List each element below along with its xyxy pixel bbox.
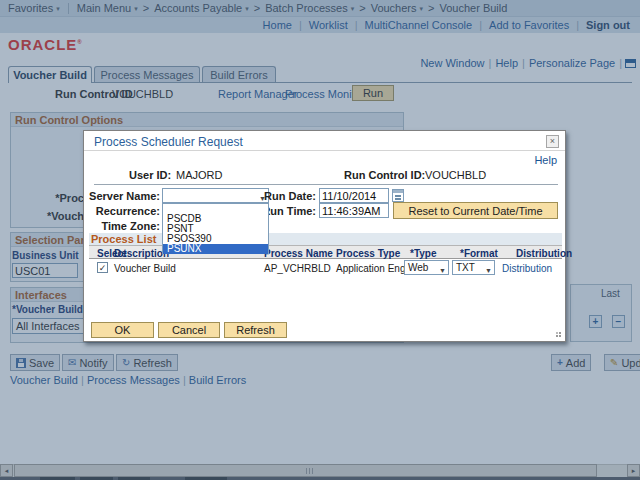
col-format: *Format	[460, 248, 498, 259]
select-checkbox[interactable]: ✓	[97, 262, 108, 273]
dialog-title: Process Scheduler Request	[94, 135, 243, 149]
close-icon[interactable]: ×	[546, 135, 559, 148]
user-id-label: User ID:	[129, 169, 171, 181]
dialog-refresh-button[interactable]: Refresh	[224, 322, 287, 338]
col-distribution: Distribution	[516, 248, 572, 259]
cancel-button[interactable]: Cancel	[158, 322, 220, 338]
resize-grip-icon[interactable]	[553, 329, 561, 337]
col-type: *Type	[410, 248, 437, 259]
distribution-link[interactable]: Distribution	[502, 263, 552, 274]
process-table-header-row: Select Description Process Name Process …	[89, 245, 562, 259]
application-window: Favorites ▾ Main Menu ▾ Accounts Payable…	[0, 0, 640, 480]
run-date-label: Run Date:	[234, 190, 316, 202]
process-list-header: Process List	[89, 233, 562, 245]
dialog-help-link[interactable]: Help	[534, 154, 557, 166]
row-description: Voucher Build	[114, 263, 176, 274]
chevron-down-icon: ▼	[439, 264, 446, 275]
col-process-name: Process Name	[264, 248, 333, 259]
col-description: Description	[114, 248, 169, 259]
user-id-value: MAJORD	[176, 169, 222, 181]
recurrence-label: Recurrence:	[84, 205, 160, 217]
run-date-input[interactable]	[319, 188, 389, 203]
dropdown-option-psunx[interactable]: PSUNX	[163, 244, 268, 254]
chevron-down-icon: ▼	[485, 264, 492, 275]
time-zone-label: Time Zone:	[84, 220, 160, 232]
run-time-input[interactable]	[319, 203, 389, 218]
server-name-label: Server Name:	[84, 190, 160, 202]
reset-date-time-button[interactable]: Reset to Current Date/Time	[393, 202, 558, 219]
col-process-type: Process Type	[336, 248, 400, 259]
calendar-icon[interactable]	[392, 189, 404, 202]
row-process-name: AP_VCHRBLD	[264, 263, 331, 274]
section-divider	[94, 184, 558, 185]
process-scheduler-request-dialog: Process Scheduler Request × Help User ID…	[83, 130, 566, 342]
dialog-run-control-id-label: Run Control ID:	[344, 169, 425, 181]
type-select[interactable]: Web ▼	[404, 260, 449, 275]
ok-button[interactable]: OK	[91, 322, 154, 338]
server-name-dropdown-list: PSCDB PSNT PSOS390 PSUNX	[162, 203, 269, 254]
format-select[interactable]: TXT ▼	[452, 260, 495, 275]
title-divider	[84, 150, 565, 151]
dialog-run-control-id-value: VOUCHBLD	[425, 169, 486, 181]
